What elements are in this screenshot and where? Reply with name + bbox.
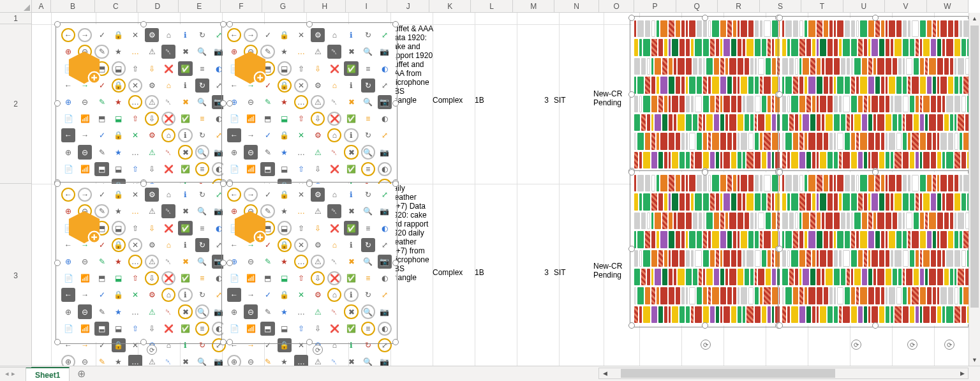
hexagon-plus-icon (232, 50, 268, 86)
rotate-handle-icon[interactable]: ⟳ (851, 340, 861, 350)
picture-icons-row2-b[interactable]: ←→✓🔒✕⚙⌂ℹ↻⤢⊕⊖✎★…⚠␡✖🔍📷📄📶⬒⬓⇧⇩❌✅≡◐←→✓🔒✕⚙⌂ℹ↻⤢… (223, 24, 396, 183)
tab-nav-first-icon[interactable]: ◂ (5, 370, 9, 378)
tab-nav-prev-icon[interactable]: ▸ (11, 370, 15, 378)
cell-J3[interactable]: daily weather (5+7) Data 1920: cake and … (389, 184, 434, 282)
hexagon-plus-icon (66, 209, 102, 245)
column-header-O[interactable]: O (599, 0, 635, 12)
column-header-H[interactable]: H (304, 0, 346, 12)
scroll-up-icon[interactable]: ▲ (969, 13, 980, 24)
rotate-handle-icon[interactable]: ⟳ (907, 340, 917, 350)
column-header-B[interactable]: B (51, 0, 95, 12)
cell-L2[interactable]: 1B (475, 96, 513, 105)
column-header-D[interactable]: D (137, 0, 179, 12)
row-header-3[interactable]: 3 (0, 184, 31, 368)
picture-bars-row2-b[interactable] (780, 18, 969, 171)
column-header-K[interactable]: K (429, 0, 471, 12)
vertical-scrollbar[interactable]: ▲ ▼ (969, 13, 980, 366)
excel-viewport: ABCDEFGHIJKLMNOPQRSTUVW 123 22 MAP-ABC-0… (0, 0, 980, 381)
column-header-J[interactable]: J (387, 0, 429, 12)
row-headers[interactable]: 123 (0, 13, 32, 366)
column-header-R[interactable]: R (718, 0, 759, 12)
vertical-scroll-thumb[interactable] (970, 26, 979, 308)
tab-nav[interactable]: ◂ ▸ (0, 370, 20, 378)
cell-O3[interactable]: New-CR Pending (593, 262, 633, 280)
column-header-I[interactable]: I (346, 0, 387, 12)
horizontal-scroll-thumb[interactable] (621, 369, 835, 378)
cell-J2[interactable]: Buffet & AAA Data 1920: cake and rapport… (389, 24, 434, 105)
add-sheet-icon[interactable]: ⊕ (73, 366, 89, 382)
hexagon-plus-icon (232, 209, 268, 245)
column-header-N[interactable]: N (554, 0, 598, 12)
row-header-2[interactable]: 2 (0, 24, 31, 184)
picture-icons-row2-a[interactable]: ←→✓🔒✕⚙⌂ℹ↻⤢⊕⊖✎★…⚠␡✖🔍📷📄📶⬒⬓⇧⇩❌✅≡◐←→✓🔒✕⚙⌂ℹ↻⤢… (57, 24, 230, 183)
picture-bars-row3-b[interactable] (780, 172, 969, 325)
sheet-tab-bar: ◂ ▸ Sheet1 ⊕ ◀ ▶ (0, 366, 980, 381)
column-header-G[interactable]: G (262, 0, 304, 12)
row-header-1[interactable]: 1 (0, 13, 31, 24)
column-header-U[interactable]: U (843, 0, 885, 12)
column-header-A[interactable]: A (32, 0, 51, 12)
picture-icons-row3-a[interactable]: ←→✓🔒✕⚙⌂ℹ↻⤢⊕⊖✎★…⚠␡✖🔍📷📄📶⬒⬓⇧⇩❌✅≡◐←→✓🔒✕⚙⌂ℹ↻⤢… (57, 184, 230, 342)
column-header-S[interactable]: S (760, 0, 801, 12)
column-header-F[interactable]: F (221, 0, 262, 12)
cell-L3[interactable]: 1B (475, 268, 513, 277)
picture-bars-row2-a[interactable] (632, 18, 778, 171)
cell-M3[interactable]: 3 (517, 268, 549, 277)
column-header-C[interactable]: C (95, 0, 137, 12)
worksheet-grid[interactable]: 22 MAP-ABC-006 History Contemporary Cons… (32, 13, 969, 366)
column-headers[interactable]: ABCDEFGHIJKLMNOPQRSTUVW (32, 0, 969, 13)
hexagon-plus-icon (66, 50, 102, 86)
column-header-T[interactable]: T (801, 0, 843, 12)
column-header-E[interactable]: E (179, 0, 220, 12)
column-header-L[interactable]: L (471, 0, 512, 12)
scroll-right-icon[interactable]: ▶ (956, 368, 968, 378)
picture-bars-row3-a[interactable] (632, 172, 778, 325)
column-header-Q[interactable]: Q (676, 0, 718, 12)
sheet-tab-sheet1[interactable]: Sheet1 (26, 367, 70, 381)
column-header-P[interactable]: P (634, 0, 676, 12)
cell-M2[interactable]: 3 (517, 96, 549, 105)
cell-N2[interactable]: SIT (554, 96, 592, 105)
column-header-W[interactable]: W (927, 0, 969, 12)
hscroll-track[interactable] (611, 368, 956, 378)
scroll-left-icon[interactable]: ◀ (599, 368, 611, 378)
column-header-V[interactable]: V (885, 0, 926, 12)
rotate-handle-icon[interactable]: ⟳ (944, 340, 954, 350)
column-header-M[interactable]: M (513, 0, 554, 12)
picture-icons-row3-b[interactable]: ←→✓🔒✕⚙⌂ℹ↻⤢⊕⊖✎★…⚠␡✖🔍📷📄📶⬒⬓⇧⇩❌✅≡◐←→✓🔒✕⚙⌂ℹ↻⤢… (223, 184, 396, 342)
cell-K3[interactable]: Complex (433, 268, 471, 277)
rotate-handle-icon[interactable]: ⟳ (701, 340, 711, 350)
cell-K2[interactable]: Complex (433, 96, 471, 105)
select-all-corner[interactable] (0, 0, 32, 13)
cell-O2[interactable]: New-CR Pending (593, 89, 633, 107)
cell-N3[interactable]: SIT (554, 268, 592, 277)
scroll-down-icon[interactable]: ▼ (969, 354, 980, 366)
horizontal-scrollbar[interactable]: ◀ ▶ (598, 368, 969, 379)
